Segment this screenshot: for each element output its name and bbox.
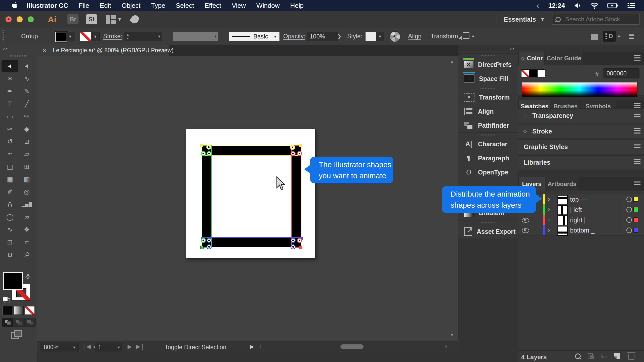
artboard-number-field[interactable]: 1 ▾ bbox=[95, 343, 122, 351]
artboard-chevron-icon[interactable]: ▾ bbox=[118, 345, 120, 350]
menu-item[interactable]: Select bbox=[176, 2, 194, 9]
canvas[interactable]: ▲ ▼ The Illustrator shapes you want to a… bbox=[37, 56, 458, 341]
document-tab[interactable]: × Le Rectangle.ai* @ 800% (RGB/GPU Previ… bbox=[37, 45, 169, 56]
layer-selection-chip[interactable] bbox=[633, 217, 638, 222]
control-bar-menu-icon[interactable]: ≣ bbox=[628, 32, 636, 41]
layer-target-icon[interactable] bbox=[626, 228, 632, 233]
fill-color-swatch[interactable] bbox=[55, 32, 67, 42]
panel-header-transparency[interactable]: ◇ Transparency bbox=[518, 108, 644, 123]
tools-grip-icon[interactable] bbox=[10, 55, 27, 57]
volume-icon[interactable] bbox=[574, 2, 582, 9]
panel-header-graphic-styles[interactable]: ◇ Graphic Styles bbox=[518, 140, 644, 154]
selection-tool[interactable]: ➤ bbox=[2, 60, 18, 72]
horizontal-scrollbar-thumb[interactable] bbox=[340, 344, 364, 349]
layer-name[interactable]: top — bbox=[570, 196, 587, 203]
fill-chevron-icon[interactable]: ▾ bbox=[66, 32, 74, 41]
panel-menu-icon[interactable] bbox=[634, 159, 640, 165]
menu-item[interactable]: Window bbox=[256, 2, 279, 9]
opacity-expand-icon[interactable]: ❯ bbox=[336, 32, 343, 41]
brush-chevron-icon[interactable]: ▾ bbox=[271, 32, 279, 41]
make-clipping-mask-icon[interactable] bbox=[588, 353, 595, 359]
rectangle-tool[interactable]: ▭ bbox=[2, 110, 18, 123]
make-sublayer-icon[interactable]: ↳▫ bbox=[600, 353, 607, 360]
style-chevron-icon[interactable]: ▾ bbox=[376, 32, 384, 41]
color-panel-menu-icon[interactable] bbox=[634, 55, 640, 61]
draw-normal-button[interactable] bbox=[2, 318, 13, 327]
graphic-style-swatch[interactable] bbox=[365, 32, 376, 41]
arrange-documents-chevron-icon[interactable]: ▾ bbox=[118, 16, 121, 23]
apple-icon[interactable] bbox=[11, 2, 18, 9]
zoom-chevron-icon[interactable]: ▾ bbox=[70, 345, 78, 350]
swatches-panel-menu-icon[interactable] bbox=[634, 103, 640, 109]
stroke-weight-stepper[interactable]: ▴▾ bbox=[124, 32, 132, 41]
layer-name[interactable]: right | bbox=[570, 216, 586, 224]
expand-layer-icon[interactable]: › bbox=[548, 227, 550, 234]
isolate-selection-icon[interactable]: ➤ bbox=[458, 32, 469, 41]
type-tool[interactable]: T bbox=[2, 98, 18, 110]
color-spectrum-slider[interactable] bbox=[522, 82, 637, 97]
expand-layer-icon[interactable]: › bbox=[548, 196, 550, 203]
stroke-weight-dropdown[interactable]: ▾ bbox=[132, 32, 162, 41]
double-circle-tool[interactable]: ∞ bbox=[18, 211, 35, 223]
panel-menu-icon[interactable] bbox=[634, 128, 640, 134]
panel-header-stroke[interactable]: ◇ Stroke bbox=[518, 124, 644, 138]
direct-selection-tool[interactable]: ➤ bbox=[18, 60, 35, 72]
gpu-performance-rocket-icon[interactable] bbox=[129, 14, 141, 25]
collapse-tools-icon[interactable]: ‹‹ bbox=[3, 46, 8, 52]
menu-item[interactable]: Effect bbox=[205, 2, 221, 9]
layer-target-icon[interactable] bbox=[626, 207, 632, 212]
stroke-color-swatch[interactable] bbox=[80, 32, 92, 41]
black-color-chip[interactable] bbox=[529, 69, 537, 77]
line-segment-tool[interactable]: ╱ bbox=[18, 98, 35, 110]
layer-name[interactable]: bottom _ bbox=[570, 227, 594, 234]
minimize-window-button[interactable] bbox=[17, 16, 23, 22]
close-document-icon[interactable]: × bbox=[43, 47, 46, 54]
locate-object-icon[interactable] bbox=[575, 353, 581, 359]
zoom-window-button[interactable] bbox=[28, 16, 34, 22]
shaper-tool[interactable]: ✑ bbox=[2, 123, 18, 135]
search-input[interactable] bbox=[565, 16, 636, 23]
shape-builder-tool[interactable]: ◫ bbox=[2, 160, 18, 173]
menu-item[interactable]: File bbox=[79, 2, 89, 9]
swap-fill-stroke-icon[interactable]: ⇄ bbox=[23, 272, 32, 281]
expand-layer-icon[interactable]: › bbox=[548, 216, 550, 223]
opacity-panel-link[interactable]: Opacity: bbox=[283, 33, 305, 40]
next-artboard-icon[interactable]: ▶ bbox=[128, 343, 132, 350]
menu-item[interactable]: Object bbox=[122, 2, 140, 9]
expand-layer-icon[interactable]: › bbox=[548, 206, 550, 213]
battery-charging-icon[interactable] bbox=[607, 2, 618, 9]
layer-target-icon[interactable] bbox=[626, 217, 632, 223]
tab-artboards[interactable]: Artboards bbox=[545, 177, 579, 191]
menu-item[interactable]: Edit bbox=[100, 2, 111, 9]
collapse-diamond-icon[interactable]: ◇ bbox=[523, 128, 527, 134]
none-button[interactable] bbox=[25, 306, 35, 315]
status-popup-icon[interactable]: ▶ bbox=[250, 343, 254, 350]
lock-cell[interactable] bbox=[532, 225, 543, 235]
menu-app-name[interactable]: Illustrator CC bbox=[27, 2, 68, 10]
chart-diamond-tool[interactable]: ❖ bbox=[18, 223, 35, 236]
width-tool[interactable]: ≈ bbox=[2, 148, 18, 160]
dock-item-align[interactable]: Align bbox=[458, 104, 518, 118]
first-artboard-icon[interactable]: ❘◀ bbox=[82, 343, 91, 350]
stroke-profile-dropdown[interactable]: ▾ bbox=[173, 32, 218, 41]
white-color-chip[interactable] bbox=[537, 69, 545, 77]
layer-name[interactable]: | left bbox=[570, 206, 582, 213]
gradient-tool[interactable]: ▥ bbox=[18, 173, 35, 186]
stock-button[interactable]: St bbox=[86, 14, 97, 24]
brush-definition-dropdown[interactable]: Basic ▾ bbox=[229, 32, 280, 41]
workspace-switcher[interactable]: Essentials bbox=[504, 16, 536, 23]
pen-tool[interactable]: ✒ bbox=[2, 85, 18, 98]
arrange-chevron-icon[interactable]: ▾ bbox=[618, 34, 620, 39]
scale-tool[interactable]: ⊿ bbox=[18, 135, 35, 148]
dock-item-paragraph[interactable]: Paragraph bbox=[458, 151, 518, 165]
perspective-grid-tool[interactable]: ⊞ bbox=[18, 160, 35, 173]
new-layer-icon[interactable] bbox=[614, 353, 620, 359]
magic-wand-tool[interactable]: ✶ bbox=[2, 72, 18, 85]
mesh-tool[interactable]: ▦ bbox=[2, 173, 18, 186]
collapse-diamond-icon[interactable]: ◇ bbox=[521, 56, 525, 61]
scroll-up-icon[interactable]: ▲ bbox=[450, 59, 454, 64]
dock-item-directprefs[interactable]: DirectPrefs bbox=[458, 53, 518, 72]
eye-icon[interactable] bbox=[522, 218, 529, 223]
eye-icon[interactable] bbox=[522, 228, 529, 233]
delete-layer-icon[interactable] bbox=[628, 354, 634, 360]
